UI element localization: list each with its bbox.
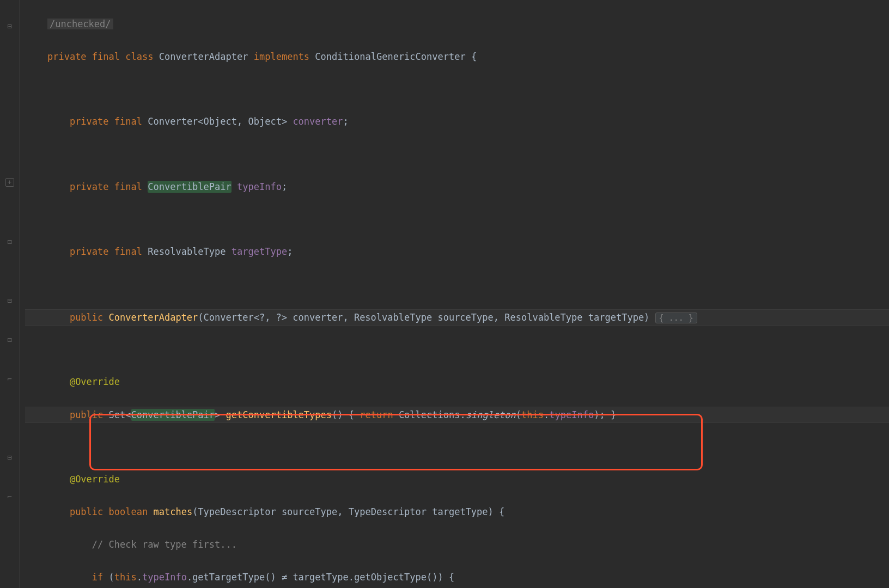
code-line[interactable]: public ConverterAdapter(Converter<?, ?> … (25, 309, 889, 326)
code-editor: ⊟ + ⊟ ⊟ ⊟ ⌐ ⊟ ⌐ /unchecked/ private fina… (0, 0, 889, 588)
code-line-blank[interactable] (25, 146, 889, 163)
code-line[interactable]: /unchecked/ (25, 16, 889, 33)
fold-minus-icon[interactable]: ⊟ (7, 235, 11, 249)
code-line[interactable]: private final Converter<Object, Object> … (25, 114, 889, 130)
folded-block[interactable]: { ... } (655, 313, 697, 323)
code-line-blank[interactable] (25, 341, 889, 358)
code-line[interactable]: private final ResolvableType targetType; (25, 244, 889, 260)
code-line-blank[interactable] (25, 211, 889, 228)
code-line-blank[interactable] (25, 277, 889, 293)
code-line[interactable]: public boolean matches(TypeDescriptor so… (25, 504, 889, 520)
code-line[interactable]: @Override (25, 374, 889, 390)
fold-plus-icon[interactable]: + (5, 178, 14, 187)
fold-end-icon[interactable]: ⌐ (7, 490, 11, 504)
code-line[interactable]: // Check raw type first... (25, 537, 889, 553)
code-line[interactable]: if (this.typeInfo.getTargetType() ≠ targ… (25, 569, 889, 586)
code-line[interactable]: private final ConvertiblePair typeInfo; (25, 179, 889, 195)
code-line-blank[interactable] (25, 439, 889, 456)
gutter[interactable]: ⊟ + ⊟ ⊟ ⊟ ⌐ ⊟ ⌐ (0, 0, 20, 588)
fold-minus-icon[interactable]: ⊟ (7, 20, 11, 33)
fold-minus-icon[interactable]: ⊟ (7, 333, 11, 347)
code-line-blank[interactable] (25, 81, 889, 97)
type-usage-highlight: ConvertiblePair (131, 409, 215, 421)
annotation: @Override (70, 474, 120, 485)
suppress-comment: /unchecked/ (47, 19, 113, 29)
fold-minus-icon[interactable]: ⊟ (7, 294, 11, 308)
fold-minus-icon[interactable]: ⊟ (7, 451, 11, 464)
type-usage-highlight: ConvertiblePair (148, 181, 232, 193)
fold-end-icon[interactable]: ⌐ (7, 372, 11, 386)
code-line[interactable]: public Set<ConvertiblePair> getConvertib… (25, 407, 889, 423)
annotation: @Override (70, 376, 120, 387)
code-area[interactable]: /unchecked/ private final class Converte… (20, 0, 889, 588)
code-line[interactable]: @Override (25, 471, 889, 488)
code-line[interactable]: private final class ConverterAdapter imp… (25, 49, 889, 65)
